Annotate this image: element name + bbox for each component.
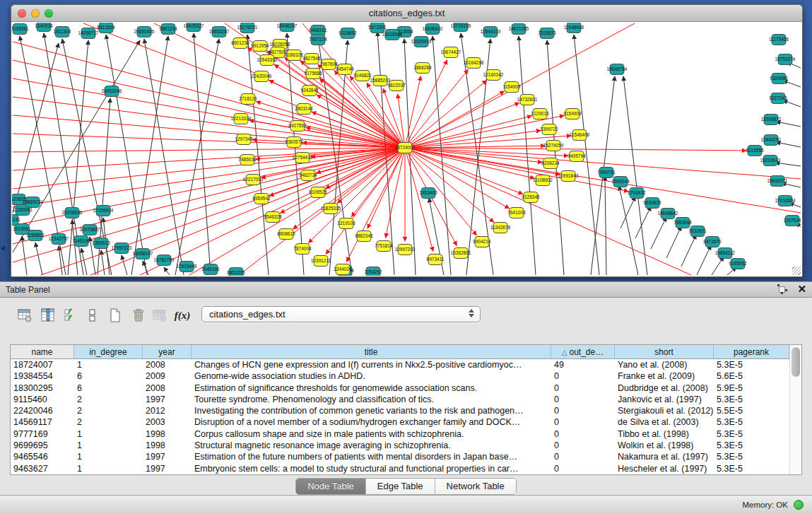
table-cell[interactable]: 1997 bbox=[143, 451, 192, 462]
network-node-selected[interactable]: 9822037 bbox=[387, 81, 406, 91]
network-node-selected[interactable]: 10391211 bbox=[311, 256, 331, 267]
column-header-pagerank[interactable]: pagerank bbox=[714, 345, 789, 358]
table-row[interactable]: 2242004622012Investigating the contribut… bbox=[11, 405, 789, 416]
network-node[interactable]: 1953405 bbox=[419, 188, 437, 199]
window-resize-grip[interactable] bbox=[792, 267, 801, 275]
network-node[interactable]: 7957224 bbox=[309, 35, 327, 45]
network-node[interactable]: 9630626 bbox=[643, 198, 661, 209]
column-header-in_degree[interactable]: in_degree bbox=[74, 345, 143, 358]
table-cell[interactable]: 5.3E-5 bbox=[714, 451, 789, 462]
network-node-selected[interactable]: 9546328 bbox=[264, 212, 282, 223]
table-cell[interactable]: 1997 bbox=[143, 463, 192, 474]
network-node[interactable]: 7632621 bbox=[688, 226, 707, 237]
table-row[interactable]: 1938455462009Genome-wide association stu… bbox=[11, 370, 789, 382]
network-node-selected[interactable]: 1297349 bbox=[235, 134, 253, 145]
network-node-selected[interactable]: 11108602 bbox=[533, 175, 553, 186]
network-node[interactable]: 1167534 bbox=[784, 216, 801, 226]
network-node-selected[interactable]: 10991843 bbox=[558, 171, 579, 182]
column-visibility-icon[interactable] bbox=[37, 305, 59, 326]
network-node[interactable]: 8852205 bbox=[227, 268, 245, 276]
network-node[interactable]: 9881234 bbox=[159, 24, 177, 35]
column-header-title[interactable]: title bbox=[192, 345, 551, 358]
table-cell[interactable]: 5.3E-5 bbox=[714, 463, 789, 474]
column-header-out_de[interactable]: △out_de… bbox=[551, 345, 615, 358]
table-cell[interactable]: 0 bbox=[551, 463, 615, 474]
table-cell[interactable]: Yano et al. (2008) bbox=[615, 359, 714, 370]
network-node[interactable]: 8215955 bbox=[746, 146, 764, 156]
table-cell[interactable]: 0 bbox=[551, 440, 615, 451]
table-cell[interactable]: 0 bbox=[551, 428, 615, 440]
table-cell[interactable]: 1998 bbox=[143, 428, 192, 440]
table-row[interactable]: 946362711997Embryonic stem cells: a mode… bbox=[11, 463, 789, 474]
network-node[interactable]: 8471676 bbox=[703, 237, 722, 247]
table-cell[interactable]: 5.3E-5 bbox=[714, 394, 789, 405]
float-panel-icon[interactable] bbox=[777, 284, 787, 294]
network-node[interactable]: 14671355 bbox=[509, 24, 529, 35]
table-cell[interactable]: Structural magnetic resonance image aver… bbox=[192, 440, 551, 451]
network-node[interactable]: 17359924 bbox=[93, 206, 114, 216]
network-node-selected[interactable]: 2803144 bbox=[295, 104, 313, 115]
network-node[interactable]: 1156863 bbox=[27, 230, 45, 241]
network-node[interactable]: 20691406 bbox=[134, 27, 155, 37]
panel-collapse-arrow-icon[interactable] bbox=[1, 245, 5, 251]
network-node-selected[interactable]: 9827546 bbox=[302, 54, 321, 64]
table-cell[interactable]: 5.6E-5 bbox=[714, 370, 789, 382]
table-cell[interactable]: 5.3E-5 bbox=[714, 428, 789, 440]
network-node-selected[interactable]: 12754413 bbox=[293, 153, 313, 163]
table-cell[interactable]: 2 bbox=[74, 405, 143, 416]
network-node-selected[interactable]: 11825335 bbox=[321, 204, 341, 214]
network-node[interactable]: 16210643 bbox=[760, 156, 781, 166]
network-node-selected[interactable]: 8427552 bbox=[288, 121, 307, 132]
network-node-selected[interactable]: 9904216 bbox=[473, 237, 491, 247]
network-node-selected[interactable]: 8959542 bbox=[252, 194, 271, 204]
tab-network-table[interactable]: Network Table bbox=[435, 479, 516, 494]
network-node-selected[interactable]: 9175685 bbox=[304, 69, 322, 79]
table-cell[interactable]: 5.9E-5 bbox=[714, 382, 789, 394]
network-node[interactable]: 20053346 bbox=[102, 86, 122, 97]
network-node-selected[interactable]: 8912954 bbox=[251, 41, 269, 52]
table-cell[interactable]: 2012 bbox=[143, 405, 192, 416]
network-node-selected[interactable]: 12213334 bbox=[231, 114, 252, 124]
table-cell[interactable]: 9463627 bbox=[11, 463, 74, 474]
network-node-selected[interactable]: 9242848 bbox=[300, 86, 319, 96]
network-node-selected[interactable]: 2967608 bbox=[319, 59, 338, 70]
table-cell[interactable]: 5.3E-5 bbox=[714, 440, 789, 451]
network-node[interactable]: 9318652 bbox=[339, 28, 357, 39]
network-view-window[interactable]: citations_edges.txt 20353611640934181130… bbox=[11, 4, 803, 277]
network-node[interactable]: 16648784 bbox=[607, 64, 628, 75]
network-node-selected[interactable]: 10674427 bbox=[441, 47, 461, 58]
network-node[interactable]: 14055717 bbox=[78, 28, 99, 39]
table-cell[interactable]: 0 bbox=[551, 382, 615, 394]
network-node-selected[interactable]: 2244024 bbox=[334, 264, 352, 275]
network-node-selected[interactable]: 8208234 bbox=[541, 158, 560, 169]
network-node[interactable]: 11173458 bbox=[769, 35, 789, 45]
network-node-selected[interactable]: 9882345 bbox=[355, 231, 373, 242]
table-cell[interactable]: 49 bbox=[551, 359, 615, 370]
network-window-titlebar[interactable]: citations_edges.txt bbox=[11, 5, 802, 22]
network-node-selected[interactable]: 11546408 bbox=[570, 130, 590, 141]
table-cell[interactable]: 9115460 bbox=[11, 394, 74, 405]
network-node[interactable]: 6793932 bbox=[628, 188, 646, 199]
table-cell[interactable]: 2009 bbox=[143, 370, 192, 382]
network-node[interactable]: 20206536 bbox=[62, 208, 83, 218]
column-header-short[interactable]: short bbox=[615, 345, 714, 358]
network-node-selected[interactable]: 2129015 bbox=[531, 109, 549, 119]
network-node-selected[interactable]: 1154909 bbox=[503, 82, 521, 93]
table-cell[interactable]: 18724007 bbox=[11, 359, 74, 370]
table-cell[interactable]: Tourette syndrome. Phenomenology and cla… bbox=[192, 394, 551, 405]
network-node[interactable]: 9227343 bbox=[769, 93, 787, 104]
network-node[interactable]: 15889234 bbox=[23, 197, 43, 208]
table-cell[interactable]: Hescheler et al. (1997) bbox=[615, 463, 714, 474]
table-cell[interactable]: Dudbridge et al. (2008) bbox=[615, 382, 714, 394]
table-cell[interactable]: Franke et al. (2009) bbox=[615, 370, 714, 382]
table-cell[interactable]: Changes of HCN gene expression and I(f) … bbox=[192, 359, 551, 370]
select-rows-icon[interactable] bbox=[61, 305, 82, 326]
column-header-year[interactable]: year bbox=[143, 345, 192, 358]
network-table-selector[interactable]: citations_edges.txt bbox=[201, 306, 481, 322]
network-node-selected[interactable]: 11342678 bbox=[490, 223, 511, 233]
table-cell[interactable]: Wolkin et al. (1998) bbox=[615, 440, 714, 451]
network-node[interactable]: 1350513 bbox=[92, 238, 110, 249]
table-cell[interactable]: 1997 bbox=[143, 394, 192, 405]
network-node-selected[interactable]: 2718120 bbox=[239, 94, 257, 105]
network-node[interactable]: 10654112 bbox=[715, 248, 736, 259]
